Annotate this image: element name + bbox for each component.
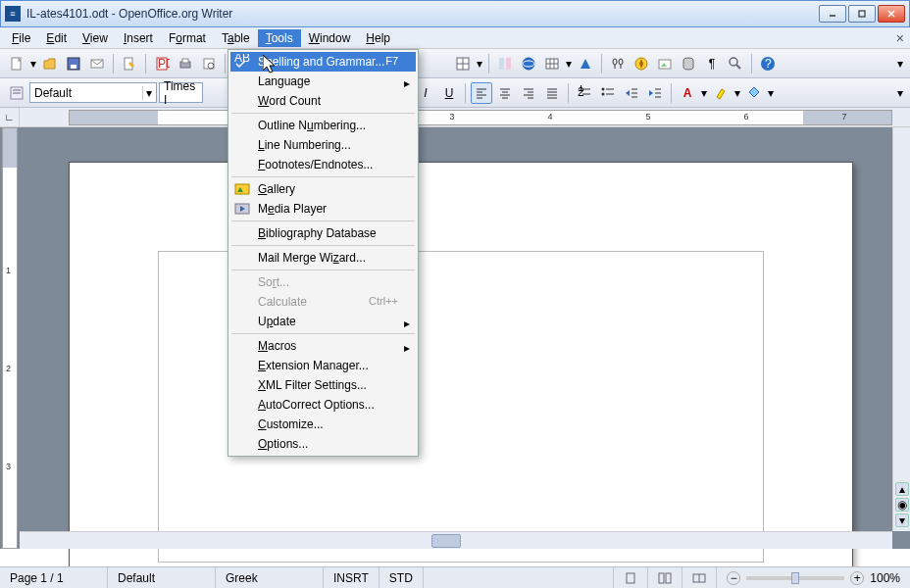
highlight-dropdown[interactable]: ▾: [733, 82, 741, 104]
menu-update[interactable]: Update▸: [230, 312, 416, 331]
menu-bibliography[interactable]: Bibliography Database: [230, 223, 416, 243]
format-toolbar-overflow[interactable]: ▾: [896, 82, 904, 104]
navigator-button[interactable]: [631, 53, 652, 74]
draw-button[interactable]: [575, 53, 596, 74]
view-single-icon[interactable]: [614, 567, 648, 588]
print-button[interactable]: [175, 53, 196, 74]
menu-language[interactable]: Language▸: [230, 72, 416, 91]
paragraph-style-combo[interactable]: Default▾: [29, 82, 157, 103]
hscroll-thumb[interactable]: [431, 534, 461, 548]
menu-media-player[interactable]: Media Player: [230, 199, 416, 219]
style-combo-value: Default: [34, 86, 72, 100]
menu-footnotes[interactable]: Footnotes/Endnotes...: [230, 155, 416, 174]
grid-dropdown[interactable]: ▾: [565, 53, 573, 74]
align-center-button[interactable]: [494, 82, 516, 104]
new-doc-dropdown[interactable]: ▾: [29, 53, 37, 74]
align-right-button[interactable]: [518, 82, 539, 104]
horizontal-scrollbar[interactable]: [20, 531, 892, 549]
svg-rect-6: [71, 65, 76, 69]
table-dropdown[interactable]: ▾: [476, 53, 483, 74]
table-grid-button[interactable]: [541, 53, 563, 74]
nav-target-button[interactable]: ◉: [895, 498, 909, 512]
status-language[interactable]: Greek: [216, 567, 324, 588]
highlight-button[interactable]: [710, 82, 732, 104]
align-left-button[interactable]: [471, 82, 492, 104]
decrease-indent-button[interactable]: [621, 82, 642, 104]
horizontal-ruler[interactable]: 3 4 5 6 7: [69, 110, 892, 125]
help-button[interactable]: ?: [757, 53, 779, 74]
edit-file-button[interactable]: [119, 53, 140, 74]
menu-tools[interactable]: Tools: [258, 29, 301, 47]
font-color-dropdown[interactable]: ▾: [700, 82, 708, 104]
bgcolor-button[interactable]: [743, 82, 765, 104]
preview-button[interactable]: [198, 53, 220, 74]
svg-rect-12: [182, 59, 188, 63]
next-page-button[interactable]: ▾: [895, 514, 909, 527]
styles-button[interactable]: [494, 53, 516, 74]
open-button[interactable]: [39, 53, 61, 74]
menu-line-numbering[interactable]: Line Numbering...: [230, 135, 416, 155]
status-page[interactable]: Page 1 / 1: [0, 567, 108, 588]
menu-mailmerge[interactable]: Mail Merge Wizard...: [230, 248, 416, 268]
menu-window[interactable]: Window: [301, 29, 359, 47]
vertical-ruler[interactable]: 1 2 3: [2, 127, 18, 549]
menu-insert[interactable]: Insert: [116, 29, 161, 47]
status-insert-mode[interactable]: INSRT: [324, 567, 379, 588]
menu-edit[interactable]: Edit: [38, 29, 75, 47]
menu-customize[interactable]: Customize...: [230, 415, 416, 434]
menu-xml-filter[interactable]: XML Filter Settings...: [230, 375, 416, 395]
justify-button[interactable]: [541, 82, 563, 104]
status-style[interactable]: Default: [108, 567, 216, 588]
datasource-button[interactable]: [678, 53, 699, 74]
close-button[interactable]: [878, 5, 905, 23]
gallery-button[interactable]: [654, 53, 676, 74]
menu-wordcount[interactable]: Word Count: [230, 91, 416, 111]
document-page[interactable]: [69, 162, 853, 588]
hyperlink-button[interactable]: [518, 53, 539, 74]
svg-marker-71: [649, 90, 653, 96]
find-button[interactable]: [607, 53, 629, 74]
maximize-button[interactable]: [848, 5, 876, 23]
zoom-in-button[interactable]: +: [850, 571, 864, 585]
menu-table[interactable]: Table: [214, 29, 258, 47]
zoom-button[interactable]: [725, 53, 746, 74]
standard-toolbar: ▾ PDF ABC ▾ ▾ ¶ ? ▾: [0, 49, 910, 78]
menu-file[interactable]: File: [4, 29, 38, 47]
status-selection-mode[interactable]: STD: [379, 567, 424, 588]
bgcolor-dropdown[interactable]: ▾: [767, 82, 775, 104]
email-button[interactable]: [86, 53, 108, 74]
toolbar-overflow[interactable]: ▾: [896, 53, 904, 74]
vertical-scrollbar[interactable]: ▴ ◉ ▾: [892, 127, 910, 531]
menu-extensions[interactable]: Extension Manager...: [230, 356, 416, 375]
menu-spelling[interactable]: ABC Spelling and Grammar... F7: [230, 52, 416, 72]
zoom-out-button[interactable]: −: [727, 571, 740, 585]
view-multi-icon[interactable]: [648, 567, 682, 588]
gallery-icon: [234, 181, 250, 197]
menu-outline-numbering[interactable]: Outline Numbering...: [230, 116, 416, 135]
menu-view[interactable]: View: [75, 29, 116, 47]
prev-page-button[interactable]: ▴: [895, 482, 909, 496]
zoom-slider[interactable]: [746, 576, 844, 580]
export-pdf-button[interactable]: PDF: [151, 53, 173, 74]
close-document-icon[interactable]: ×: [896, 30, 904, 46]
nonprint-button[interactable]: ¶: [701, 53, 723, 74]
font-color-button[interactable]: A: [677, 82, 698, 104]
menu-autocorrect[interactable]: AutoCorrect Options...: [230, 395, 416, 415]
save-button[interactable]: [63, 53, 84, 74]
menu-options[interactable]: Options...: [230, 434, 416, 454]
bullets-button[interactable]: [597, 82, 619, 104]
menu-help[interactable]: Help: [358, 29, 398, 47]
font-name-combo[interactable]: Times I: [159, 82, 203, 103]
zoom-percent[interactable]: 100%: [870, 571, 900, 585]
table-button[interactable]: [452, 53, 474, 74]
view-book-icon[interactable]: [682, 567, 717, 588]
increase-indent-button[interactable]: [644, 82, 666, 104]
menu-gallery[interactable]: Gallery: [230, 179, 416, 199]
new-doc-button[interactable]: [6, 53, 27, 74]
numbering-button[interactable]: 12: [574, 82, 595, 104]
minimize-button[interactable]: [819, 5, 846, 23]
menu-macros[interactable]: Macros▸: [230, 336, 416, 356]
menu-format[interactable]: Format: [161, 29, 214, 47]
underline-button[interactable]: U: [438, 82, 460, 104]
styles-window-button[interactable]: [6, 82, 27, 104]
